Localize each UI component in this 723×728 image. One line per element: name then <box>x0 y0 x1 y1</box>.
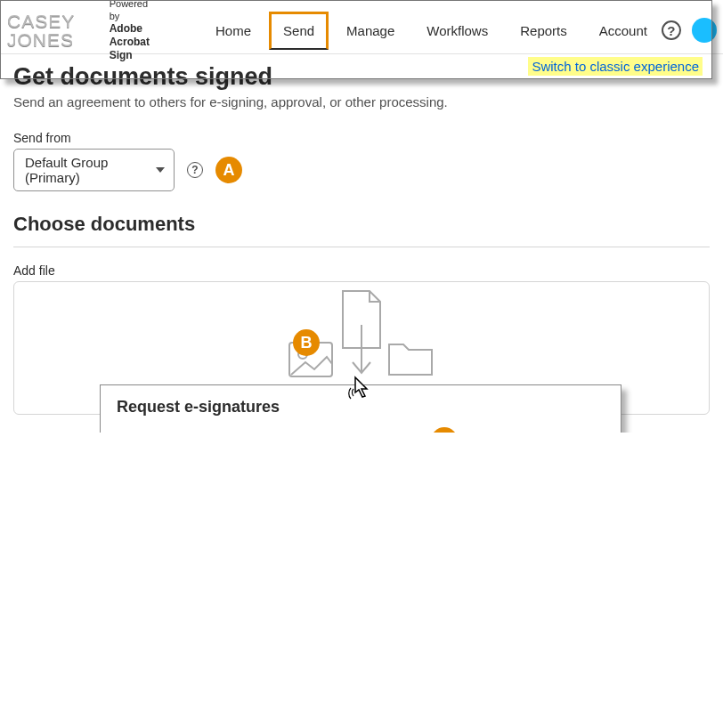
avatar[interactable] <box>692 18 717 43</box>
send-from-select[interactable]: Default Group (Primary) <box>13 149 175 191</box>
brand-line1: Adobe <box>110 22 142 35</box>
file-download-icon <box>336 289 386 378</box>
modal-tabs: My computer Recent templates Templates C <box>117 427 605 433</box>
page-subtitle: Send an agreement to others for e-signin… <box>13 94 710 109</box>
app-header: CASEY JONES Powered by Adobe Acrobat Sig… <box>0 0 723 54</box>
nav-reports[interactable]: Reports <box>506 12 581 50</box>
badge-a: A <box>215 157 242 183</box>
cursor-icon <box>346 375 371 405</box>
brand-block: Powered by Adobe Acrobat Sign <box>110 0 150 62</box>
folder-icon <box>387 341 435 378</box>
send-from-help-icon[interactable]: ? <box>187 162 203 178</box>
nav-account[interactable]: Account <box>585 12 662 50</box>
nav-manage[interactable]: Manage <box>332 12 409 50</box>
badge-b: B <box>293 329 320 356</box>
primary-nav: Home Send Manage Workflows Reports Accou… <box>201 12 662 50</box>
send-from-value: Default Group (Primary) <box>25 155 108 185</box>
help-icon[interactable]: ? <box>662 20 681 40</box>
badge-c: C <box>431 427 458 433</box>
powered-by-label: Powered by <box>110 0 150 22</box>
send-from-label: Send from <box>13 131 710 145</box>
user-logo: CASEY JONES <box>7 12 81 49</box>
nav-send[interactable]: Send <box>269 12 329 50</box>
separator <box>13 247 710 247</box>
choose-documents-title: Choose documents <box>13 213 710 236</box>
nav-workflows[interactable]: Workflows <box>412 12 502 50</box>
add-file-label: Add file <box>13 263 710 278</box>
switch-classic-link[interactable]: Switch to classic experience <box>528 57 703 76</box>
nav-home[interactable]: Home <box>201 12 265 50</box>
brand-line2: Acrobat Sign <box>110 36 150 61</box>
